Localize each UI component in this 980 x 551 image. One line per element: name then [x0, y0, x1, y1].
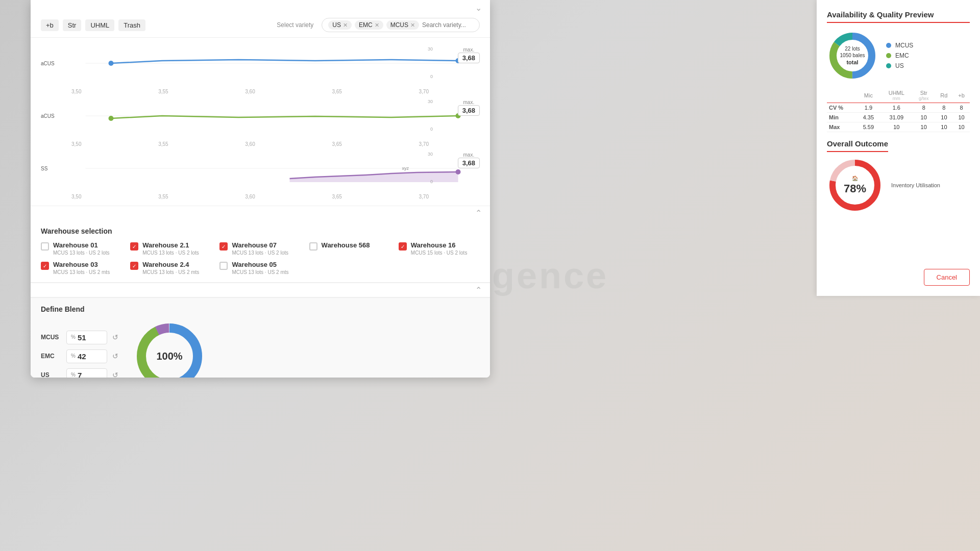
blend-reset-emc[interactable]: ↺ [112, 352, 118, 360]
quality-table: Mic UHML mm Str g/tex Rd +b [827, 88, 970, 132]
charts-section: aCUS 30 0 max. 3,68 3,50 3,55 3,60 [31, 38, 490, 206]
warehouse-section: Warehouse selection Warehouse 01 MCUS 13… [31, 220, 490, 283]
row-min-mic: 4.35 [856, 113, 880, 122]
chart-svg-1 [69, 45, 480, 81]
row-cv-str: 8 [913, 103, 935, 113]
blend-value-mcus: 51 [78, 333, 103, 342]
top-donut-label: 22 lots 1050 bales total [840, 45, 865, 66]
row-max-rd: 10 [935, 122, 953, 132]
warehouse-item-01[interactable]: Warehouse 01 MCUS 13 lots · US 2 lots [41, 241, 122, 256]
warehouse-item-05[interactable]: Warehouse 05 MCUS 13 lots · US 2 mts [219, 261, 301, 275]
blend-input-wrapper-us: % 7 [66, 368, 107, 378]
chip-mcus[interactable]: MCUS ✕ [386, 20, 419, 30]
wh-checkbox-07[interactable] [219, 242, 228, 251]
outcome-donut-content: 🏠 78% [844, 176, 866, 195]
table-row-cv: CV % 1.9 1.6 8 8 8 [827, 103, 970, 113]
wh-checkbox-16[interactable] [399, 242, 407, 251]
warehouse-item-07[interactable]: Warehouse 07 MCUS 13 lots · US 2 lots [219, 241, 301, 256]
blend-title: Define Blend [41, 305, 480, 313]
top-collapse-row: ⌄ [31, 0, 490, 13]
wh-name-01: Warehouse 01 [53, 241, 110, 249]
svg-point-4 [109, 116, 114, 121]
col-header-rd: Rd [935, 88, 953, 103]
row-max-uhml: 10 [880, 122, 913, 132]
legend-mcus: MCUS [886, 42, 913, 49]
chip-us-remove[interactable]: ✕ [343, 22, 348, 29]
row-max-plusb: 10 [953, 122, 970, 132]
wh-sub-03: MCUS 13 lots · US 2 mts [53, 269, 110, 275]
warehouse-item-21[interactable]: Warehouse 2.1 MCUS 13 lots · US 2 lots [130, 241, 211, 256]
blend-input-wrapper-mcus: % 51 [66, 331, 107, 344]
wh-name-21: Warehouse 2.1 [142, 241, 199, 249]
variety-search-box: US ✕ EMC ✕ MCUS ✕ [322, 18, 480, 32]
warehouse-collapse-arrow[interactable]: ⌃ [31, 206, 490, 220]
variety-search-input[interactable] [422, 21, 473, 29]
blend-donut-svg [134, 320, 205, 378]
wh-checkbox-01[interactable] [41, 242, 49, 251]
chip-us[interactable]: US ✕ [328, 20, 352, 30]
variety-tag-plusb[interactable]: +b [41, 19, 59, 31]
variety-tag-trash[interactable]: Trash [118, 19, 145, 31]
blend-row-mcus: MCUS % 51 ↺ [41, 331, 118, 344]
outcome-icon: 🏠 [844, 176, 866, 181]
warehouse-item-568[interactable]: Warehouse 568 [309, 241, 390, 256]
wh-name-568: Warehouse 568 [322, 241, 370, 249]
legend-dot-mcus [886, 43, 891, 48]
blend-reset-mcus[interactable]: ↺ [112, 333, 118, 341]
blend-input-wrapper-emc: % 42 [66, 349, 107, 363]
blend-value-us: 7 [78, 371, 103, 378]
chart-max-box-2: max. 3,68 [458, 99, 480, 116]
x-axis-labels-2: 3,50 3,55 3,60 3,65 3,70 [41, 141, 480, 147]
top-collapse-arrow[interactable]: ⌄ [475, 3, 482, 13]
wh-checkbox-05[interactable] [219, 262, 228, 270]
blend-label-mcus: MCUS [41, 334, 61, 341]
chart-label-2: aCUS [41, 113, 69, 119]
wh-checkbox-24[interactable] [130, 262, 138, 270]
chart-area-2: 30 0 [69, 98, 480, 134]
wh-checkbox-03[interactable] [41, 262, 49, 270]
wh-checkbox-21[interactable] [130, 242, 138, 251]
select-variety-label: Select variety [277, 21, 313, 29]
variety-tag-str[interactable]: Str [63, 19, 82, 31]
blend-collapse-arrow[interactable]: ⌃ [31, 283, 490, 297]
warehouse-item-16[interactable]: Warehouse 16 MCUS 15 lots · US 2 lots [399, 241, 480, 256]
top-donut-area: 22 lots 1050 bales total MCUS EMC US [827, 30, 970, 81]
blend-inputs: MCUS % 51 ↺ EMC % 42 ↺ US [41, 331, 118, 378]
wh-sub-16: MCUS 15 lots · US 2 lots [411, 250, 468, 256]
blend-value-emc: 42 [78, 352, 103, 361]
legend-dot-emc [886, 53, 891, 58]
wh-name-03: Warehouse 03 [53, 261, 110, 268]
variety-tag-uhml[interactable]: UHML [85, 19, 114, 31]
right-panel: Availability & Quality Preview 22 lots 1… [817, 0, 980, 296]
warehouse-title: Warehouse selection [41, 227, 480, 235]
warehouse-item-03[interactable]: Warehouse 03 MCUS 13 lots · US 2 mts [41, 261, 122, 275]
legend-items: MCUS EMC US [886, 42, 913, 69]
col-header-plusb: +b [953, 88, 970, 103]
cancel-button[interactable]: Cancel [924, 269, 970, 286]
wh-sub-01: MCUS 13 lots · US 2 lots [53, 250, 110, 256]
chip-emc-remove[interactable]: ✕ [375, 22, 379, 29]
wh-sub-07: MCUS 13 lots · US 2 lots [232, 250, 288, 256]
blend-label-us: US [41, 371, 61, 378]
blend-reset-us[interactable]: ↺ [112, 371, 118, 378]
legend-dot-us [886, 63, 891, 68]
chart-row-3: SS 30 0 xyz max. 3,68 [41, 148, 480, 189]
blend-content: MCUS % 51 ↺ EMC % 42 ↺ US [41, 320, 480, 378]
warehouse-item-24[interactable]: Warehouse 2.4 MCUS 13 lots · US 2 mts [130, 261, 211, 275]
chip-mcus-remove[interactable]: ✕ [410, 22, 415, 29]
chart-row-2: aCUS 30 0 max. 3,68 [41, 95, 480, 136]
chip-emc[interactable]: EMC ✕ [355, 20, 383, 30]
chart-max-box-1: max. 3,68 [458, 47, 480, 63]
row-cv-uhml: 1.6 [880, 103, 913, 113]
warehouse-grid: Warehouse 01 MCUS 13 lots · US 2 lots Wa… [41, 241, 480, 275]
wh-name-24: Warehouse 2.4 [142, 261, 199, 268]
blend-section: Define Blend MCUS % 51 ↺ EMC % 42 [31, 297, 490, 378]
col-header-str: Str g/tex [913, 88, 935, 103]
wh-name-07: Warehouse 07 [232, 241, 288, 249]
row-cv-plusb: 8 [953, 103, 970, 113]
wh-checkbox-568[interactable] [309, 242, 317, 251]
col-header-empty [827, 88, 856, 103]
row-label-min: Min [827, 113, 856, 122]
outcome-title: Overall Outcome [827, 139, 888, 152]
x-axis-labels: 3,50 3,55 3,60 3,65 3,70 [41, 89, 480, 94]
